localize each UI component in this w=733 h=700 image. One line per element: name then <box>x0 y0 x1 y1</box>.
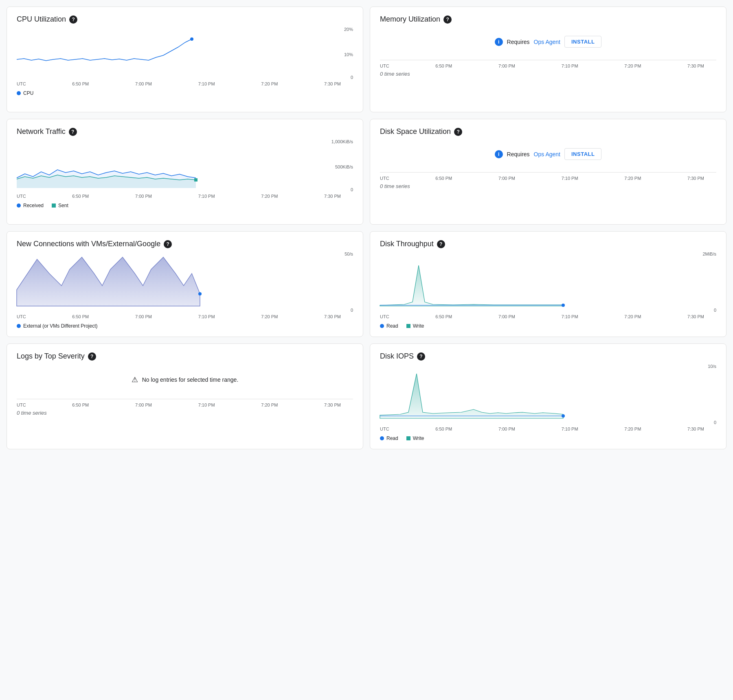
connections-legend-label: External (or VMs Different Project) <box>23 323 98 329</box>
connections-legend: External (or VMs Different Project) <box>17 323 353 329</box>
memory-utilization-card: Memory Utilization ? i Requires Ops Agen… <box>370 7 726 112</box>
disk-iops-card: Disk IOPS ? 10/s 0 UTC 6: <box>370 343 726 449</box>
dt-y-top: 2MiB/s <box>702 252 716 256</box>
disk-throughput-svg <box>380 253 689 310</box>
network-traffic-title: Network Traffic ? <box>17 127 353 136</box>
disk-iops-chart-area: 10/s 0 <box>380 364 716 425</box>
logs-x-axis: UTC 6:50 PM 7:00 PM 7:10 PM 7:20 PM 7:30… <box>17 402 353 407</box>
logs-no-data-banner: ⚠ No log entries for selected time range… <box>17 375 353 384</box>
disk-throughput-legend: Read Write <box>380 323 716 329</box>
iops-read-dot <box>380 436 384 440</box>
network-help-icon[interactable]: ? <box>69 128 77 136</box>
new-connections-card: New Connections with VMs/External/Google… <box>7 231 363 337</box>
logs-severity-help-icon[interactable]: ? <box>88 352 96 361</box>
svg-marker-8 <box>380 374 563 418</box>
disk-space-ops-agent-link[interactable]: Ops Agent <box>534 151 560 158</box>
cpu-legend: CPU <box>17 90 353 96</box>
memory-divider <box>380 60 716 60</box>
disk-throughput-help-icon[interactable]: ? <box>437 240 445 248</box>
memory-x-axis: UTC 6:50 PM 7:00 PM 7:10 PM 7:20 PM 7:30… <box>380 63 716 68</box>
warning-icon: ⚠ <box>132 375 138 384</box>
iops-write-legend-item: Write <box>406 435 424 441</box>
disk-throughput-chart-area: 2MiB/s 0 <box>380 252 716 313</box>
dt-write-square <box>406 324 410 328</box>
cpu-utilization-card: CPU Utilization ? 20% 10% 0 UTC 6:50 <box>7 7 363 112</box>
dashboard-grid: CPU Utilization ? 20% 10% 0 UTC 6:50 <box>7 7 726 449</box>
disk-throughput-card: Disk Throughput ? 2MiB/s 0 UTC <box>370 231 726 337</box>
network-sent-label: Sent <box>58 203 68 208</box>
dt-read-dot <box>380 324 384 328</box>
cpu-chart-area: 20% 10% 0 <box>17 27 353 80</box>
svg-point-9 <box>562 414 565 418</box>
new-connections-chart-area: 50/s 0 <box>17 252 353 313</box>
connections-legend-item: External (or VMs Different Project) <box>17 323 98 329</box>
cpu-y-mid: 10% <box>344 52 353 57</box>
disk-space-requires-banner: i Requires Ops Agent INSTALL <box>380 148 716 160</box>
disk-space-install-button[interactable]: INSTALL <box>564 148 601 160</box>
iops-read-legend-item: Read <box>380 435 398 441</box>
network-svg <box>17 143 326 192</box>
disk-space-label: Disk Space Utilization <box>380 127 451 136</box>
network-legend: Received Sent <box>17 203 353 208</box>
memory-help-icon[interactable]: ? <box>443 15 452 24</box>
disk-throughput-label: Disk Throughput <box>380 240 434 248</box>
logs-zero-series: 0 time series <box>17 410 353 416</box>
disk-space-help-icon[interactable]: ? <box>454 128 462 136</box>
svg-marker-4 <box>17 257 200 306</box>
svg-marker-6 <box>380 265 563 306</box>
network-y-top: 1,000KiB/s <box>331 139 353 144</box>
new-connections-title: New Connections with VMs/External/Google… <box>17 240 353 248</box>
memory-info-icon: i <box>495 38 503 46</box>
disk-space-x-axis: UTC 6:50 PM 7:00 PM 7:10 PM 7:20 PM 7:30… <box>380 176 716 181</box>
cpu-x-axis: UTC 6:50 PM 7:00 PM 7:10 PM 7:20 PM 7:30… <box>17 81 353 86</box>
memory-requires-banner: i Requires Ops Agent INSTALL <box>380 36 716 48</box>
network-traffic-card: Network Traffic ? 1,000KiB/s 500KiB/s 0 … <box>7 119 363 225</box>
network-x-axis: UTC 6:50 PM 7:00 PM 7:10 PM 7:20 PM 7:30… <box>17 194 353 199</box>
disk-space-zero-series: 0 time series <box>380 183 716 189</box>
svg-point-0 <box>190 37 193 41</box>
connections-legend-dot <box>17 324 21 328</box>
conn-y-bot: 0 <box>351 308 353 313</box>
memory-requires-text: Requires <box>507 39 530 45</box>
network-received-label: Received <box>23 203 44 208</box>
disk-space-divider <box>380 172 716 173</box>
disk-iops-legend: Read Write <box>380 435 716 441</box>
memory-ops-agent-link[interactable]: Ops Agent <box>534 39 560 45</box>
logs-divider <box>17 399 353 399</box>
connections-svg <box>17 253 326 310</box>
dt-read-legend-item: Read <box>380 323 398 329</box>
new-connections-help-icon[interactable]: ? <box>164 240 172 248</box>
cpu-utilization-title: CPU Utilization ? <box>17 15 353 24</box>
disk-iops-x-axis: UTC 6:50 PM 7:00 PM 7:10 PM 7:20 PM 7:30… <box>380 427 716 431</box>
disk-iops-svg <box>380 365 689 422</box>
svg-point-5 <box>198 292 202 295</box>
dt-write-legend-item: Write <box>406 323 424 329</box>
memory-utilization-title: Memory Utilization ? <box>380 15 716 24</box>
network-sent-square <box>52 203 56 208</box>
network-received-dot <box>17 203 21 208</box>
logs-severity-card: Logs by Top Severity ? ⚠ No log entries … <box>7 343 363 449</box>
connections-x-axis: UTC 6:50 PM 7:00 PM 7:10 PM 7:20 PM 7:30… <box>17 314 353 319</box>
iops-y-top: 10/s <box>708 364 716 369</box>
memory-zero-series: 0 time series <box>380 71 716 77</box>
svg-point-7 <box>562 304 565 307</box>
iops-y-bot: 0 <box>714 420 716 425</box>
dt-write-label: Write <box>413 323 424 329</box>
disk-space-info-icon: i <box>495 150 503 158</box>
network-y-mid: 500KiB/s <box>335 164 353 169</box>
cpu-utilization-help-icon[interactable]: ? <box>69 15 77 24</box>
logs-severity-title: Logs by Top Severity ? <box>17 352 353 361</box>
disk-space-card: Disk Space Utilization ? i Requires Ops … <box>370 119 726 225</box>
svg-rect-3 <box>194 178 198 182</box>
cpu-legend-label: CPU <box>23 90 33 96</box>
cpu-svg <box>17 31 326 80</box>
logs-severity-label: Logs by Top Severity <box>17 352 85 361</box>
disk-iops-help-icon[interactable]: ? <box>417 352 425 361</box>
logs-no-data-message: No log entries for selected time range. <box>142 376 239 383</box>
iops-write-label: Write <box>413 435 424 441</box>
disk-iops-label: Disk IOPS <box>380 352 414 361</box>
conn-y-top: 50/s <box>345 252 353 256</box>
disk-iops-title: Disk IOPS ? <box>380 352 716 361</box>
network-sent-legend-item: Sent <box>52 203 68 208</box>
memory-install-button[interactable]: INSTALL <box>564 36 601 48</box>
